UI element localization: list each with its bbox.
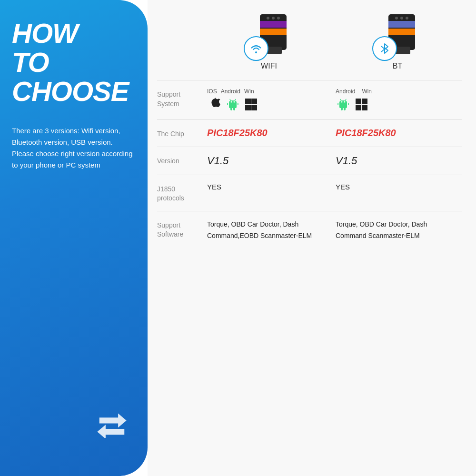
android-icon-bt xyxy=(336,97,351,112)
svg-rect-26 xyxy=(356,105,361,110)
bt-sys-icons: Android Win xyxy=(336,88,459,112)
bt-sys-labels: Android Win xyxy=(336,88,459,95)
version-content: V1.5 V1.5 xyxy=(205,155,462,167)
j1850-row: J1850 protocols YES YES xyxy=(157,175,462,211)
comparison-table: Support System IOS Android Win xyxy=(157,80,462,466)
svg-point-5 xyxy=(272,17,275,20)
wifi-software-data: Torque, OBD Car Doctor, Dash Command,EOB… xyxy=(205,219,333,242)
svg-point-13 xyxy=(406,17,408,20)
j1850-label: J1850 protocols xyxy=(157,183,205,203)
version-label: Version xyxy=(157,155,205,166)
svg-point-6 xyxy=(277,17,280,20)
svg-point-23 xyxy=(344,101,346,103)
svg-point-11 xyxy=(395,17,398,20)
arrow-icon xyxy=(95,409,129,438)
svg-point-12 xyxy=(400,17,403,20)
svg-rect-3 xyxy=(260,21,287,28)
wifi-sys-win: Win xyxy=(244,88,254,95)
svg-line-15 xyxy=(381,49,385,52)
windows-icon-bt xyxy=(354,97,369,112)
title-line2: TO xyxy=(12,47,49,78)
wifi-sys-icon-row xyxy=(207,97,331,112)
svg-rect-27 xyxy=(362,105,367,110)
svg-rect-24 xyxy=(356,99,361,104)
wifi-j1850-data: YES xyxy=(205,183,333,191)
wifi-sys-android: Android xyxy=(221,88,240,95)
right-panel: WIFI xyxy=(148,0,476,476)
svg-point-17 xyxy=(234,101,235,103)
bt-software-value: Torque, OBD Car Doctor, Dash Command Sca… xyxy=(336,219,427,239)
svg-rect-10 xyxy=(388,21,415,28)
bt-sys-win: Win xyxy=(362,88,372,95)
wifi-product-name: WIFI xyxy=(261,62,277,70)
apple-icon xyxy=(207,97,222,112)
product-wifi-header: WIFI xyxy=(205,10,333,75)
bt-product-name: BT xyxy=(393,62,402,70)
svg-rect-20 xyxy=(245,105,251,110)
support-system-row: Support System IOS Android Win xyxy=(157,80,462,119)
bt-chip-value: PIC18F25K80 xyxy=(336,128,396,138)
j1850-content: YES YES xyxy=(205,183,462,191)
svg-rect-9 xyxy=(388,29,415,35)
title-line3: CHOOSE xyxy=(12,76,129,107)
wifi-chip-data: PIC18F25K80 xyxy=(205,128,333,139)
product-header: WIFI xyxy=(157,10,462,75)
support-system-label: Support System xyxy=(157,88,205,109)
software-label: Support Software xyxy=(157,219,205,239)
bluetooth-icon xyxy=(378,42,391,55)
android-icon xyxy=(225,97,240,112)
windows-icon-wifi xyxy=(243,97,258,112)
wifi-version-value: V1.5 xyxy=(207,155,228,167)
support-system-content: IOS Android Win xyxy=(205,88,462,112)
wifi-chip-value: PIC18F25K80 xyxy=(207,128,268,138)
description-text: There are 3 versions: Wifi version, Blue… xyxy=(12,125,133,171)
bt-j1850-data: YES xyxy=(333,183,462,191)
chip-label: The Chip xyxy=(157,128,205,139)
wifi-circle-overlay xyxy=(244,36,268,61)
main-title: HOW TO CHOOSE xyxy=(12,19,133,106)
bt-version-value: V1.5 xyxy=(336,155,357,167)
svg-point-4 xyxy=(267,17,269,20)
wifi-j1850-value: YES xyxy=(207,181,221,191)
title-line1: HOW xyxy=(12,18,78,49)
bt-circle-overlay xyxy=(372,36,397,61)
wifi-sys-ios: IOS xyxy=(207,88,217,95)
software-content: Torque, OBD Car Doctor, Dash Command,EOB… xyxy=(205,219,462,242)
svg-rect-21 xyxy=(251,105,257,110)
bt-software-data: Torque, OBD Car Doctor, Dash Command Sca… xyxy=(333,219,462,242)
wifi-icon xyxy=(249,42,263,55)
software-row: Support Software Torque, OBD Car Doctor,… xyxy=(157,211,462,249)
chip-row: The Chip PIC18F25K80 PIC18F25K80 xyxy=(157,119,462,147)
wifi-system-data: IOS Android Win xyxy=(205,88,333,112)
svg-rect-19 xyxy=(251,99,257,104)
bt-version-data: V1.5 xyxy=(333,155,462,167)
chip-content: PIC18F25K80 PIC18F25K80 xyxy=(205,128,462,139)
svg-line-14 xyxy=(381,46,385,49)
bt-sys-icon-row xyxy=(336,97,459,112)
wifi-sys-labels: IOS Android Win xyxy=(207,88,331,95)
wifi-product-image xyxy=(248,14,290,62)
svg-point-22 xyxy=(341,101,343,103)
bt-chip-data: PIC18F25K80 xyxy=(333,128,462,139)
svg-rect-18 xyxy=(245,99,251,104)
svg-rect-2 xyxy=(260,29,287,35)
wifi-software-value: Torque, OBD Car Doctor, Dash Command,EOB… xyxy=(207,219,312,239)
bt-sys-android: Android xyxy=(336,88,355,95)
bt-system-data: Android Win xyxy=(333,88,462,112)
wifi-version-data: V1.5 xyxy=(205,155,333,167)
bt-product-image xyxy=(376,14,419,62)
version-row: Version V1.5 V1.5 xyxy=(157,147,462,175)
bt-j1850-value: YES xyxy=(336,181,350,191)
svg-point-16 xyxy=(231,101,232,103)
wifi-sys-icons: IOS Android Win xyxy=(207,88,331,112)
product-bt-header: BT xyxy=(333,10,462,75)
svg-rect-25 xyxy=(362,99,367,104)
left-panel: HOW TO CHOOSE There are 3 versions: Wifi… xyxy=(0,0,148,476)
